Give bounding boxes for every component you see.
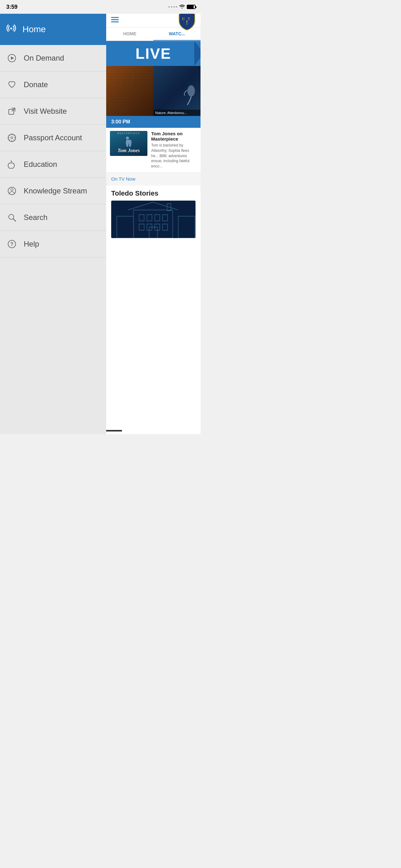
sidebar-item-on-demand[interactable]: On Demand (0, 45, 106, 71)
help-circle-icon: ? (6, 239, 18, 250)
svg-text:?: ? (10, 242, 13, 247)
sidebar-item-education[interactable]: Education (0, 151, 106, 178)
battery-icon (187, 5, 196, 9)
svg-marker-2 (11, 57, 14, 60)
schedule-time-header: 3:00 PM (106, 116, 201, 128)
svg-line-11 (9, 135, 10, 136)
program-thumbnail: MASTERPIECE Tom Jones (110, 131, 147, 156)
sidebar-item-donate-label: Donate (24, 80, 48, 89)
toledo-stories-title: Toledo Stories (111, 189, 196, 197)
sidebar-item-on-demand-label: On Demand (24, 54, 64, 62)
thumbnails-row: Nature: Attenborou... (106, 66, 201, 116)
search-icon (6, 212, 18, 223)
tab-watch[interactable]: WATC... (153, 28, 201, 41)
program-title: Tom Jones on Masterpiece (151, 131, 197, 142)
thumbnail-1[interactable] (106, 66, 153, 116)
svg-line-14 (9, 140, 10, 141)
status-icons (168, 4, 196, 10)
live-chevron (194, 41, 201, 66)
tab-home[interactable]: HOME (106, 28, 153, 41)
sidebar-home-label: Home (23, 24, 46, 34)
svg-point-27 (186, 21, 188, 22)
apple-icon (6, 159, 18, 170)
heart-icon (6, 79, 18, 90)
sidebar-item-knowledge-stream[interactable]: Knowledge Stream (0, 178, 106, 204)
signal-icon (168, 6, 177, 7)
schedule-section: 3:00 PM MASTERPIECE Tom Jones (106, 116, 201, 173)
svg-text:U: U (182, 17, 185, 21)
svg-line-18 (13, 219, 16, 221)
nav-tabs: HOME WATC... (106, 28, 201, 41)
thumbnail-2[interactable]: Nature: Attenborou... (153, 66, 201, 116)
sidebar-item-visit-website-label: Visit Website (24, 107, 67, 116)
sidebar-home-item[interactable]: Home (0, 14, 106, 45)
svg-point-29 (126, 136, 129, 140)
sidebar-item-search[interactable]: Search (0, 204, 106, 231)
sidebar-item-visit-website[interactable]: Visit Website (0, 98, 106, 125)
compass-icon (6, 132, 18, 144)
hamburger-button[interactable] (111, 17, 119, 25)
sidebar-item-help[interactable]: ? Help (0, 231, 106, 257)
on-tv-now-link[interactable]: On TV Now (111, 176, 135, 182)
main-topbar: U T (106, 14, 201, 28)
sidebar-item-donate[interactable]: Donate (0, 71, 106, 98)
sidebar-item-knowledge-stream-label: Knowledge Stream (24, 187, 87, 195)
status-time: 3:59 (6, 4, 18, 10)
svg-line-12 (14, 140, 15, 141)
play-circle-icon (6, 53, 18, 64)
toledo-stories-section: Toledo Stories (106, 186, 201, 241)
external-link-icon (6, 105, 18, 117)
toledo-stories-thumbnail[interactable] (111, 200, 196, 238)
on-tv-now-section: On TV Now (106, 173, 201, 186)
svg-text:T: T (188, 17, 190, 21)
live-banner[interactable]: LIVE (106, 41, 201, 66)
wifi-icon (179, 4, 185, 10)
svg-point-17 (9, 214, 14, 219)
svg-rect-30 (111, 200, 196, 238)
sidebar-item-passport-label: Passport Account (24, 133, 82, 142)
sidebar: Home On Demand Donate Visit Webs (0, 0, 106, 434)
broadcast-icon (6, 24, 16, 36)
svg-point-6 (11, 137, 13, 139)
program-info: Tom Jones on Masterpiece Tom is banished… (151, 131, 197, 169)
svg-point-0 (10, 28, 12, 29)
program-description: Tom is banished by Allworthy; Sophia fle… (151, 143, 197, 169)
svg-point-16 (11, 189, 13, 191)
status-bar: 3:59 (0, 0, 201, 14)
program-card-tom-jones[interactable]: MASTERPIECE Tom Jones Tom Jones on Maste… (106, 128, 201, 173)
sidebar-item-passport-account[interactable]: Passport Account (0, 125, 106, 151)
svg-point-28 (188, 85, 195, 97)
globe-person-icon (6, 185, 18, 196)
main-content: U T HOME WATC... LIVE (106, 0, 201, 434)
live-text: LIVE (136, 45, 171, 62)
svg-line-13 (14, 135, 15, 136)
thumbnail-2-overlay: Nature: Attenborou... (153, 110, 201, 116)
sidebar-item-help-label: Help (24, 240, 39, 248)
sidebar-item-education-label: Education (24, 160, 57, 169)
sidebar-item-search-label: Search (24, 213, 47, 222)
